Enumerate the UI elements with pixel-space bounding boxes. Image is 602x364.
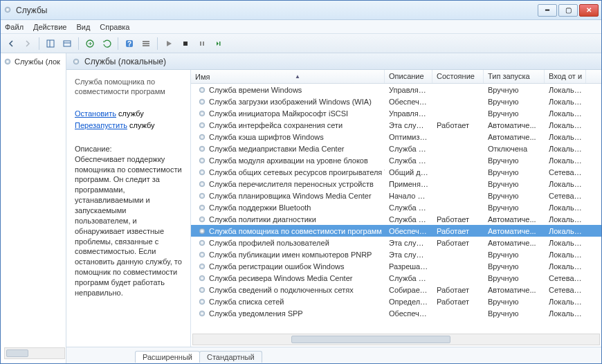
service-row[interactable]: Служба интерфейса сохранения сетиЭта слу… (191, 119, 601, 131)
svg-point-1 (7, 8, 9, 10)
tree-root[interactable]: Службы (лок (2, 56, 64, 67)
service-startup: Вручную (484, 262, 545, 271)
service-desc: Эта служб... (385, 239, 432, 247)
service-startup: Отключена (484, 145, 545, 153)
service-row[interactable]: Служба списка сетейОпределя...РаботаетВр… (191, 295, 601, 307)
col-state[interactable]: Состояние (432, 70, 484, 83)
svg-point-53 (201, 277, 203, 279)
service-desc: Управляет... (385, 86, 432, 94)
description-text: Обеспечивает поддержку помощника по совм… (75, 154, 183, 298)
service-row[interactable]: Служба политики диагностикиСлужба п...Ра… (191, 213, 601, 225)
export-button[interactable] (82, 36, 98, 51)
gear-icon (198, 192, 206, 200)
svg-point-23 (201, 100, 203, 102)
forward-button[interactable] (20, 36, 35, 51)
service-logon: Локальна (545, 133, 586, 141)
stop-service-button[interactable] (178, 36, 193, 51)
service-startup: Вручную (484, 109, 545, 118)
list-button[interactable] (138, 36, 154, 51)
service-desc: Собирает ... (385, 286, 432, 294)
stop-link[interactable]: Остановить (75, 109, 116, 118)
show-hide-button[interactable] (43, 36, 58, 51)
svg-rect-13 (200, 42, 201, 46)
toolbar: ? (1, 34, 601, 53)
menu-action[interactable]: Действие (33, 23, 66, 31)
service-logon: Локальна (545, 156, 586, 165)
service-row[interactable]: Служба поддержки BluetoothСлужба Bl...Вр… (191, 201, 601, 213)
svg-point-17 (7, 61, 9, 63)
service-name: Служба интерфейса сохранения сети (209, 121, 343, 129)
service-desc: Обеспечи... (385, 98, 432, 106)
svg-point-29 (201, 136, 203, 138)
svg-point-47 (201, 242, 203, 244)
service-row[interactable]: Служба времени WindowsУправляет...Вручну… (191, 84, 601, 95)
gear-icon (198, 156, 206, 165)
properties-button[interactable] (60, 36, 75, 51)
minimize-button[interactable]: ━ (538, 4, 557, 17)
close-button[interactable]: ✕ (579, 4, 599, 17)
service-logon: Локальна (545, 298, 586, 306)
service-row[interactable]: Служба модуля архивации на уровне блоков… (191, 154, 601, 166)
tree-pane: Службы (лок (1, 53, 66, 363)
pause-service-button[interactable] (194, 36, 210, 51)
service-row[interactable]: Служба ресивера Windows Media CenterСлуж… (191, 272, 601, 284)
service-state: Работает (432, 121, 484, 129)
maximize-button[interactable]: ▢ (558, 4, 578, 17)
service-name: Служба регистрации ошибок Windows (209, 262, 345, 271)
svg-point-49 (201, 253, 203, 255)
service-row[interactable]: Служба профилей пользователейЭта служб..… (191, 237, 601, 248)
service-desc: Общий до... (385, 168, 432, 176)
service-row[interactable]: Служба уведомления SPPОбеспече...Вручную… (191, 307, 601, 319)
service-state: Работает (432, 239, 484, 247)
service-row[interactable]: Служба кэша шрифтов WindowsОптимизи...Ав… (191, 131, 601, 143)
service-row[interactable]: Служба перечислителя переносных устройст… (191, 178, 601, 190)
refresh-button[interactable] (99, 36, 114, 51)
menu-help[interactable]: Справка (100, 23, 129, 31)
service-desc: Начало и ... (385, 192, 432, 200)
tab-standard[interactable]: Стандартный (199, 351, 262, 363)
service-logon: Сетевая с (545, 168, 586, 176)
service-logon: Локальна (545, 251, 586, 259)
service-row[interactable]: Служба регистрации ошибок WindowsРазреша… (191, 260, 601, 272)
service-row[interactable]: Служба медиаприставки Media CenterСлужба… (191, 143, 601, 154)
service-row[interactable]: Служба общих сетевых ресурсов проигрыват… (191, 166, 601, 178)
menu-view[interactable]: Вид (76, 23, 90, 31)
tab-extended[interactable]: Расширенный (135, 351, 200, 363)
list-hscrollbar[interactable] (192, 334, 600, 345)
service-row[interactable]: Служба инициатора Майкрософт iSCSIУправл… (191, 107, 601, 119)
svg-point-57 (201, 300, 203, 302)
service-state: Работает (432, 227, 484, 235)
svg-point-37 (201, 183, 203, 185)
service-name: Служба кэша шрифтов Windows (209, 133, 324, 141)
tree-hscrollbar[interactable] (4, 347, 65, 359)
service-row[interactable]: Служба сведений о подключенных сетяхСоби… (191, 284, 601, 295)
col-startup[interactable]: Тип запуска (484, 70, 545, 83)
service-name: Служба профилей пользователей (209, 239, 329, 247)
service-startup: Вручную (484, 298, 545, 306)
service-logon: Локальна (545, 239, 586, 247)
service-state: Работает (432, 298, 484, 306)
service-name: Служба планировщика Windows Media Center (209, 192, 372, 200)
pane-header: Службы (локальные) (66, 53, 601, 70)
col-name[interactable]: Имя▲ (191, 70, 385, 83)
service-row[interactable]: Служба публикации имен компьютеров PNRPЭ… (191, 248, 601, 260)
start-service-button[interactable] (161, 36, 176, 51)
menu-file[interactable]: Файл (5, 23, 24, 31)
service-desc: Оптимизи... (385, 133, 432, 141)
service-name: Служба времени Windows (209, 86, 302, 94)
help-button[interactable]: ? (122, 36, 137, 51)
gear-icon (198, 168, 206, 176)
service-startup: Автоматиче... (484, 215, 545, 224)
menubar: Файл Действие Вид Справка (1, 20, 601, 34)
service-row[interactable]: Служба загрузки изображений Windows (WIA… (191, 95, 601, 107)
stop-suffix: службу (116, 109, 144, 118)
service-row[interactable]: Служба помощника по совместимости програ… (191, 225, 601, 237)
service-logon: Локальна (545, 227, 586, 235)
service-logon: Локальна (545, 86, 586, 94)
col-description[interactable]: Описание (385, 70, 432, 83)
restart-service-button[interactable] (211, 36, 226, 51)
col-logon[interactable]: Вход от и (545, 70, 586, 83)
back-button[interactable] (3, 36, 19, 51)
service-row[interactable]: Служба планировщика Windows Media Center… (191, 190, 601, 201)
restart-link[interactable]: Перезапустить (75, 121, 127, 129)
